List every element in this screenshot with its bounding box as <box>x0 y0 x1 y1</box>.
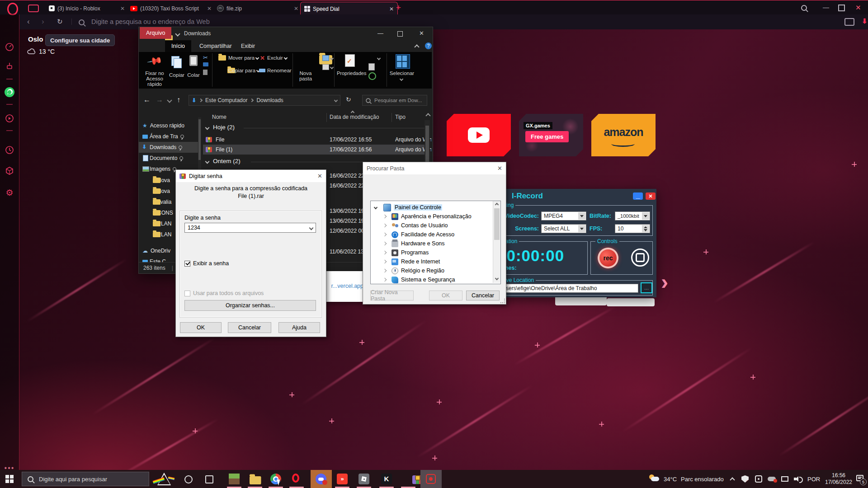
popup-link[interactable]: r...vercel.app <box>331 283 363 289</box>
paste-button[interactable]: Colar <box>182 72 205 78</box>
opera-logo-icon[interactable] <box>7 3 18 15</box>
player-icon[interactable] <box>4 113 15 124</box>
volume-icon[interactable] <box>794 475 801 483</box>
breadcrumb-folder[interactable]: Downloads <box>256 97 283 103</box>
tab-roblox[interactable]: (3) Início - Roblox ✕ <box>45 2 128 15</box>
tray-weather-temp[interactable]: 34°C <box>664 476 677 483</box>
network-display-icon[interactable] <box>781 476 788 482</box>
snapshot-camera-icon[interactable] <box>844 18 854 26</box>
explorer-search-box[interactable]: Pesquisar em Dow... <box>362 95 427 106</box>
chevron-right-icon[interactable] <box>383 224 387 227</box>
paste-shortcut-icon[interactable] <box>203 70 208 75</box>
scroll-up-icon[interactable] <box>495 203 499 206</box>
group-header-today[interactable]: Hoje (2) <box>213 124 235 131</box>
properties-button[interactable]: Propriedades <box>337 70 363 76</box>
select-icon[interactable] <box>396 54 410 69</box>
taskbar-search-box[interactable]: Digite aqui para pesquisar <box>22 472 149 486</box>
help-button[interactable]: Ajuda <box>278 322 320 333</box>
column-type[interactable]: Tipo <box>395 114 406 120</box>
fps-spinner[interactable]: 10 <box>615 224 650 233</box>
tree-item[interactable]: Relógio e Região <box>371 266 500 275</box>
weather-widget[interactable]: Oslo <box>28 35 43 43</box>
minimize-icon[interactable]: — <box>377 30 383 37</box>
move-to-button[interactable]: Mover para <box>228 55 259 61</box>
search-tabs-icon[interactable] <box>801 5 807 13</box>
chevron-right-icon[interactable] <box>383 233 387 236</box>
screens-select[interactable]: Select ALL <box>541 224 586 233</box>
show-password-checkbox[interactable]: Exibir a senha <box>184 260 229 267</box>
chevron-right-icon[interactable] <box>383 215 387 218</box>
forward-icon[interactable]: → <box>156 96 163 104</box>
minimize-icon[interactable]: _ <box>633 192 643 200</box>
rename-icon[interactable] <box>259 69 265 72</box>
taskbar-minecraft-icon[interactable] <box>229 474 240 484</box>
record-button[interactable]: rec <box>598 248 618 268</box>
tab-filezip[interactable]: file.zip ✕ <box>213 2 302 15</box>
tab-close-icon[interactable]: ✕ <box>386 6 394 12</box>
partial-tile[interactable] <box>607 298 655 306</box>
maximize-icon[interactable] <box>397 31 403 37</box>
close-icon[interactable]: ✕ <box>646 192 656 200</box>
taskbar-red-app-icon[interactable]: » <box>337 474 348 484</box>
back-icon[interactable]: ← <box>143 96 151 104</box>
mods-cube-icon[interactable] <box>4 165 15 176</box>
settings-gear-icon[interactable]: ⚙ <box>4 187 15 198</box>
properties-icon[interactable]: ✓ <box>345 54 355 67</box>
sidebar-item-desktop[interactable]: Área de Tra <box>139 131 198 142</box>
prism-wallpaper-thumb[interactable] <box>153 472 175 487</box>
paste-icon[interactable] <box>189 55 198 66</box>
copy-path-icon[interactable] <box>203 62 208 66</box>
ribbon-tab-view[interactable]: Exibir <box>235 40 261 52</box>
tab-youtube[interactable]: (10320) Taxi Boss Script (AU ✕ <box>127 2 215 15</box>
qat-customize-icon[interactable] <box>175 31 180 36</box>
notifications-icon[interactable]: 5 <box>856 475 863 481</box>
tray-expand-icon[interactable] <box>730 477 735 482</box>
whatsapp-icon[interactable] <box>4 87 15 98</box>
dialog-title-bar[interactable]: Procurar Pasta ✕ <box>363 162 506 174</box>
onedrive-cloud-icon[interactable] <box>768 477 776 481</box>
close-icon[interactable]: ✕ <box>419 30 424 37</box>
videocodec-select[interactable]: MPEG4 <box>541 211 586 221</box>
taskbar-discord-tile[interactable] <box>311 470 332 488</box>
tray-weather-desc[interactable]: Parc ensolarado <box>681 476 724 483</box>
table-row-selected[interactable]: File (1) 17/06/2022 16:56 Arquivo do Win… <box>203 145 425 155</box>
sidebar-item-documents[interactable]: Documento <box>139 153 198 164</box>
dialog-title-bar[interactable]: Digitar senha ✕ <box>176 170 326 182</box>
taskbar-roblox-icon[interactable] <box>359 474 369 484</box>
easy-access-icon[interactable] <box>322 64 329 70</box>
scrollbar-thumb[interactable] <box>198 119 201 160</box>
chevron-right-icon[interactable] <box>383 242 387 245</box>
password-input[interactable]: 1234 <box>184 223 316 233</box>
taskbar-recorder-tile[interactable] <box>420 470 442 488</box>
scroll-down-icon[interactable] <box>495 277 499 280</box>
group-header-yesterday[interactable]: Ontem (2) <box>213 158 241 164</box>
collapse-ribbon-icon[interactable] <box>414 44 419 49</box>
tab-speed-dial[interactable]: Speed Dial ✕ <box>300 2 398 15</box>
tree-item[interactable]: Hardware e Sons <box>371 239 500 248</box>
edit-icon[interactable] <box>368 63 375 70</box>
chevron-down-icon[interactable] <box>309 225 314 230</box>
delete-icon[interactable]: ✕ <box>260 55 265 61</box>
chevron-down-icon[interactable] <box>374 206 377 209</box>
new-tab-button[interactable]: + <box>396 3 401 13</box>
scrollbar-thumb[interactable] <box>494 208 500 240</box>
downloads-icon[interactable]: ⬇ <box>862 17 868 25</box>
column-date[interactable]: Data de modificação <box>330 114 379 120</box>
defender-shield-icon[interactable] <box>741 475 749 483</box>
tree-item[interactable]: Sistema e Segurança <box>371 275 500 284</box>
organize-passwords-button[interactable]: Organizar senhas... <box>184 300 316 311</box>
ribbon-tab-home[interactable]: Início <box>165 40 191 52</box>
use-all-checkbox[interactable]: Usar para todos os arquivos <box>184 290 264 296</box>
tree-item[interactable]: Contas de Usuário <box>371 221 500 230</box>
cancel-button[interactable]: Cancelar <box>228 322 271 333</box>
tray-clock[interactable]: 16:56 17/06/2022 <box>824 472 854 486</box>
chevron-right-icon[interactable] <box>383 251 387 254</box>
copy-to-button[interactable]: Copiar para <box>228 68 259 73</box>
bitrate-select[interactable]: _1000kbit <box>615 211 650 221</box>
tree-item[interactable]: Aparência e Personalização <box>371 212 500 221</box>
rename-button[interactable]: Renomear <box>267 68 292 73</box>
tab-close-icon[interactable]: ✕ <box>290 5 298 12</box>
cortana-icon[interactable] <box>184 475 193 483</box>
taskbar-kinemaster-icon[interactable]: K <box>381 474 392 484</box>
row-date[interactable]: 16/06/2022 22 <box>330 183 364 189</box>
